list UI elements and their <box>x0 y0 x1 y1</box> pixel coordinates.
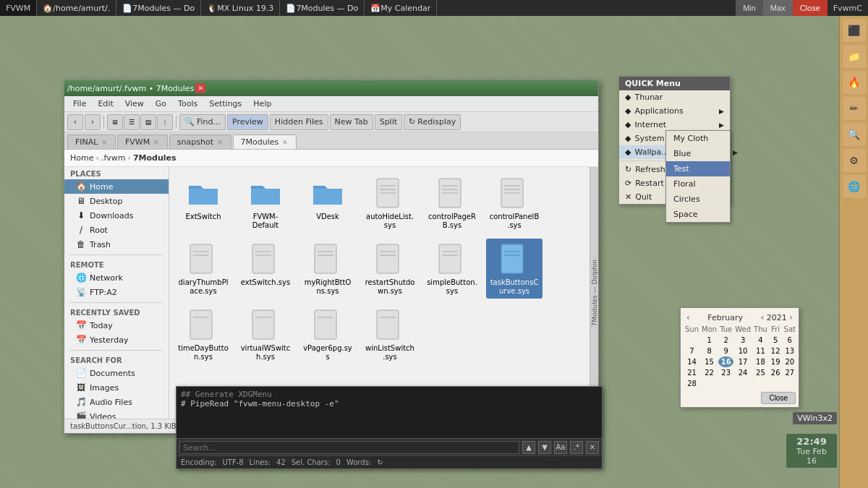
taskbar-item-7modules[interactable]: 📄 7Modules — Do <box>116 0 201 16</box>
taskbar-fvwm-label[interactable]: FVWM <box>0 0 37 16</box>
cal-day[interactable]: 24 <box>733 367 752 378</box>
file-item-extswitch2[interactable]: extSwitch.sys <box>237 239 294 299</box>
cal-day[interactable]: 3 <box>733 335 752 346</box>
tab-7modules-close[interactable]: ✕ <box>281 139 289 146</box>
sidebar-item-videos[interactable]: 🎬 Videos <box>64 409 169 419</box>
wsm-item-mycloth[interactable]: My Cloth <box>666 131 730 146</box>
maximize-button[interactable]: Max <box>763 0 793 16</box>
view-icon-list[interactable]: ☰ <box>124 114 140 130</box>
close-button[interactable]: Close <box>793 0 827 16</box>
view-icon-compact[interactable]: ▤ <box>140 114 156 130</box>
cal-close-button[interactable]: Close <box>761 392 796 404</box>
right-panel-icon-6[interactable]: ⚙ <box>843 149 866 172</box>
file-item-myrightbtt[interactable]: myRightBttOns.sys <box>299 239 356 299</box>
file-item-fvwm-default[interactable]: FVWM-Default <box>237 173 294 233</box>
file-item-controlpagerb[interactable]: controlPageRB.sys <box>424 173 480 233</box>
taskbar-item-home[interactable]: 🏠 /home/amurt/. <box>37 0 116 16</box>
file-item-diary[interactable]: diaryThumbPlace.sys <box>175 239 231 299</box>
wsm-item-test[interactable]: Test <box>666 161 730 176</box>
file-item-virtualwswitch[interactable]: virtualWSwitch.sys <box>237 304 294 364</box>
cal-day[interactable]: 22 <box>700 367 718 378</box>
cal-day[interactable]: 6 <box>783 335 797 346</box>
sidebar-item-trash[interactable]: 🗑 Trash <box>64 237 169 252</box>
sidebar-item-audio[interactable]: 🎵 Audio Files <box>64 395 169 409</box>
cal-day[interactable]: 14 <box>684 356 700 367</box>
sidebar-item-ftp[interactable]: 📡 FTP:A2 <box>64 285 169 299</box>
cal-day[interactable]: 20 <box>783 356 797 367</box>
cal-day[interactable]: 26 <box>769 367 783 378</box>
tab-snapshot-close[interactable]: ✕ <box>216 139 224 146</box>
tab-fvwm-close[interactable]: ✕ <box>153 139 160 146</box>
cal-day[interactable]: 11 <box>752 346 769 356</box>
view-icon-grid[interactable]: ⊞ <box>107 114 123 130</box>
cal-day[interactable]: 8 <box>700 346 718 356</box>
forward-button[interactable]: › <box>85 114 101 130</box>
cal-day[interactable]: 12 <box>769 346 783 356</box>
view-icon-tree[interactable]: ⋮ <box>157 114 173 130</box>
cal-next-year[interactable]: › <box>789 312 793 322</box>
back-button[interactable]: ‹ <box>67 114 83 130</box>
minimize-button[interactable]: Min <box>736 0 763 16</box>
menu-settings[interactable]: Settings <box>203 98 247 110</box>
cal-day[interactable]: 25 <box>752 367 769 378</box>
split-button[interactable]: Split <box>375 114 402 130</box>
te-search-nav-up[interactable]: ▲ <box>522 441 535 454</box>
sidebar-item-home[interactable]: 🏠 Home <box>64 179 169 194</box>
cal-day[interactable]: 2 <box>718 335 733 346</box>
cal-day[interactable]: 17 <box>733 356 752 367</box>
wsm-item-floral[interactable]: Floral <box>666 176 730 192</box>
taskbar-item-mx[interactable]: 🐧 MX Linux 19.3 <box>201 0 280 16</box>
cal-day[interactable]: 10 <box>733 346 752 356</box>
cal-prev-year[interactable]: ‹ <box>760 312 764 322</box>
sidebar-item-root[interactable]: / Root <box>64 223 169 237</box>
menu-edit[interactable]: Edit <box>92 98 119 110</box>
te-content[interactable]: ## Generate XDGMenu # PipeRead "fvwm-men… <box>176 387 602 438</box>
preview-button[interactable]: Preview <box>227 114 268 130</box>
breadcrumb-fvwm[interactable]: .fvwm <box>101 153 126 163</box>
cal-day[interactable]: 4 <box>752 335 769 346</box>
file-item-simplebutton[interactable]: simpleButton.sys <box>424 239 480 299</box>
cal-day-today[interactable]: 16 <box>718 356 733 367</box>
cal-day[interactable]: 21 <box>684 367 700 378</box>
right-panel-icon-5[interactable]: 🔍 <box>843 123 866 146</box>
breadcrumb-home[interactable]: Home <box>70 153 93 163</box>
te-search-nav-down[interactable]: ▼ <box>538 441 551 454</box>
right-panel-icon-7[interactable]: 🌐 <box>843 175 866 198</box>
menu-go[interactable]: Go <box>150 98 172 110</box>
find-button[interactable]: 🔍 Find... <box>179 114 226 130</box>
fm-close-button[interactable]: ✕ <box>195 83 205 93</box>
te-search-input[interactable] <box>179 441 519 454</box>
cal-day[interactable]: 7 <box>684 346 700 356</box>
file-item-restart[interactable]: restartShutdown.sys <box>362 239 418 299</box>
file-item-vpager[interactable]: vPager6pg.sys <box>299 304 356 364</box>
tab-fvwm[interactable]: FVWM ✕ <box>117 134 168 149</box>
cal-day[interactable]: 23 <box>718 367 733 378</box>
right-panel-icon-2[interactable]: 📁 <box>843 45 866 68</box>
tab-7modules[interactable]: 7Modules ✕ <box>233 134 297 149</box>
wsm-item-circles[interactable]: Circles <box>666 192 730 207</box>
file-item-vdesk[interactable]: VDesk <box>299 173 356 233</box>
cal-day[interactable]: 1 <box>700 335 718 346</box>
tab-final-close[interactable]: ✕ <box>101 139 108 146</box>
right-panel-icon-1[interactable]: ⬛ <box>843 19 866 42</box>
te-search-close[interactable]: ✕ <box>586 441 599 454</box>
taskbar-item-7modules2[interactable]: 📄 7Modules — Do <box>280 0 365 16</box>
file-item-timedaybutton[interactable]: timeDayButton.sys <box>175 304 231 364</box>
file-item-autohide[interactable]: autoHideList.sys <box>362 173 418 233</box>
menu-view[interactable]: View <box>119 98 150 110</box>
cal-day[interactable]: 13 <box>783 346 797 356</box>
taskbar-item-calendar[interactable]: 📅 My Calendar <box>365 0 437 16</box>
redisplay-button[interactable]: ↻ Redisplay <box>404 114 461 130</box>
sidebar-item-images[interactable]: 🖼 Images <box>64 380 169 395</box>
sidebar-item-yesterday[interactable]: 📅 Yesterday <box>64 333 169 347</box>
wsm-item-blue[interactable]: Blue <box>666 146 730 161</box>
new-tab-button[interactable]: New Tab <box>330 114 373 130</box>
file-item-controlpanelb[interactable]: controlPanelB.sys <box>486 173 542 233</box>
cal-day[interactable]: 27 <box>783 367 797 378</box>
te-search-regex[interactable]: .* <box>570 441 583 454</box>
cal-day[interactable]: 18 <box>752 356 769 367</box>
file-item-taskbuttons[interactable]: taskButtonsCurve.sys <box>486 239 542 299</box>
cal-prev-month[interactable]: ‹ <box>686 312 690 322</box>
sidebar-item-network[interactable]: 🌐 Network <box>64 270 169 285</box>
wsm-item-space[interactable]: Space <box>666 207 730 222</box>
